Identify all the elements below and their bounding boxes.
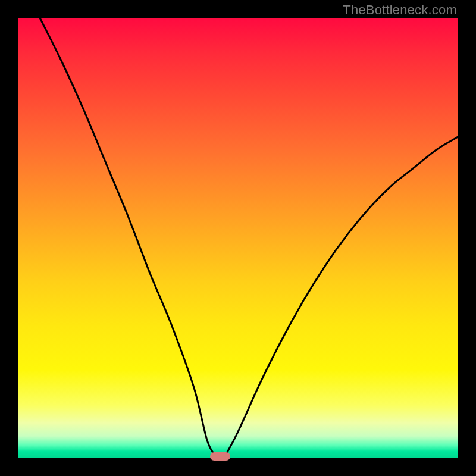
chart-frame: TheBottleneck.com xyxy=(0,0,476,476)
bottleneck-curve xyxy=(18,18,458,458)
optimal-marker xyxy=(210,452,230,461)
plot-area xyxy=(18,18,458,458)
watermark-text: TheBottleneck.com xyxy=(343,2,457,18)
